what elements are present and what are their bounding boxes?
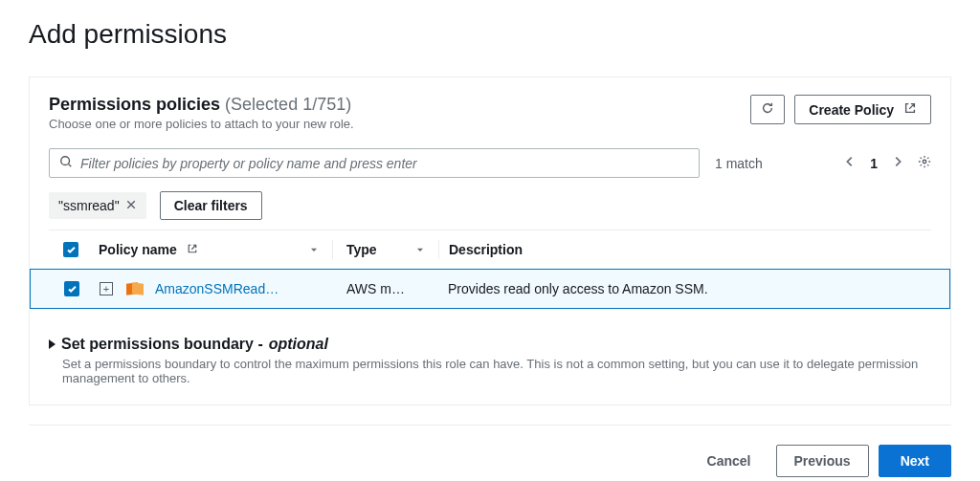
col-policy-name-label: Policy name	[99, 242, 177, 257]
policies-table: Policy name Type Description	[49, 230, 931, 309]
permissions-boundary-section: Set permissions boundary - optional Set …	[49, 336, 931, 404]
chevron-left-icon	[843, 155, 857, 171]
create-policy-button[interactable]: Create Policy	[794, 95, 931, 124]
col-type[interactable]: Type	[333, 242, 438, 257]
settings-button[interactable]	[918, 155, 931, 171]
expand-button[interactable]: +	[100, 282, 113, 295]
table-row[interactable]: + AmazonSSMRead… AWS m… Provides read on…	[30, 269, 950, 309]
previous-button[interactable]: Previous	[776, 445, 869, 477]
search-input[interactable]	[80, 156, 689, 171]
gear-icon	[918, 155, 931, 171]
section-subtitle: Choose one or more policies to attach to…	[49, 117, 354, 131]
permissions-panel: Permissions policies (Selected 1/751) Ch…	[29, 77, 951, 405]
close-icon	[125, 198, 137, 213]
search-input-wrap[interactable]	[49, 148, 700, 178]
col-type-label: Type	[346, 242, 377, 257]
clear-filters-button[interactable]: Clear filters	[160, 191, 262, 220]
row-type: AWS m…	[346, 281, 405, 296]
row-checkbox[interactable]	[64, 281, 79, 296]
caret-right-icon	[49, 339, 56, 349]
create-policy-label: Create Policy	[809, 102, 894, 118]
next-button[interactable]: Next	[879, 445, 951, 477]
sort-icon	[415, 242, 425, 257]
page-prev-button[interactable]	[843, 155, 857, 171]
filter-chip-text: "ssmread"	[58, 198, 120, 213]
col-description-label: Description	[449, 242, 523, 257]
external-link-icon	[900, 101, 917, 118]
boundary-description: Set a permissions boundary to control th…	[62, 357, 931, 385]
refresh-icon	[761, 101, 774, 118]
clear-filters-label: Clear filters	[174, 198, 248, 213]
svg-point-1	[923, 160, 926, 164]
wizard-footer: Cancel Previous Next	[29, 439, 951, 477]
filter-chip-remove[interactable]	[125, 198, 137, 213]
sort-icon	[309, 242, 319, 257]
match-count: 1 match	[715, 156, 763, 171]
boundary-optional: optional	[269, 336, 328, 353]
table-header: Policy name Type Description	[49, 230, 931, 269]
chevron-right-icon	[891, 155, 904, 171]
boundary-title: Set permissions boundary -	[61, 336, 263, 353]
refresh-button[interactable]	[750, 95, 785, 124]
boundary-toggle[interactable]: Set permissions boundary - optional	[49, 336, 931, 353]
page-next-button[interactable]	[891, 155, 904, 171]
col-description: Description	[439, 242, 931, 257]
policy-icon	[126, 282, 144, 295]
search-icon	[59, 155, 73, 171]
section-title: Permissions policies	[49, 95, 220, 114]
section-title-count: (Selected 1/751)	[225, 95, 351, 114]
plus-icon: +	[103, 284, 109, 295]
svg-point-0	[61, 157, 70, 165]
page-number: 1	[870, 156, 878, 171]
policy-name-link[interactable]: AmazonSSMRead…	[155, 281, 278, 296]
external-link-icon	[183, 242, 198, 257]
select-all-checkbox[interactable]	[63, 242, 78, 257]
filter-chip[interactable]: "ssmread"	[49, 192, 146, 219]
col-policy-name[interactable]: Policy name	[93, 242, 332, 257]
cancel-button[interactable]: Cancel	[692, 445, 767, 477]
row-description: Provides read only access to Amazon SSM.	[448, 281, 708, 296]
page-title: Add permissions	[29, 19, 951, 50]
